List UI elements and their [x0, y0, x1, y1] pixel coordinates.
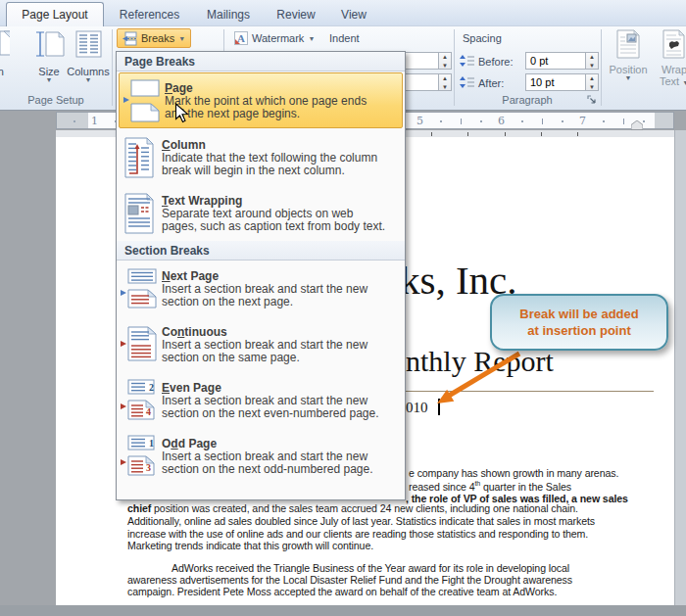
- continuous-break-icon: [117, 322, 162, 367]
- document-text-line: reased since 4th quarter in the Sales: [409, 480, 571, 493]
- spacing-before-icon: [460, 55, 475, 68]
- menu-item-next-page[interactable]: Next PageInsert a section break and star…: [117, 261, 405, 316]
- breaks-button[interactable]: Breaks ▼: [117, 28, 191, 48]
- breaks-dropdown-menu: Page Breaks PageMark the point at which …: [116, 51, 406, 500]
- callout-text-line1: Break will be added: [519, 306, 638, 322]
- menu-item-title: Next Page: [162, 269, 399, 283]
- svg-text:2: 2: [149, 382, 154, 393]
- svg-text:A: A: [237, 32, 245, 44]
- menu-item-title: Column: [162, 138, 399, 152]
- ruler-number: 6: [498, 115, 505, 127]
- tab-review[interactable]: Review: [270, 3, 321, 26]
- indent-label: Indent: [329, 32, 360, 44]
- document-text-line: Marketing trends indicate that this grow…: [127, 540, 373, 551]
- breaks-icon: [122, 31, 137, 46]
- menu-item-column[interactable]: ColumnIndicate that the text following t…: [117, 129, 405, 185]
- menu-item-description: Indicate that the text following the col…: [162, 152, 399, 177]
- ribbon-tab-bar: Page Layout References Mailings Review V…: [0, 0, 686, 26]
- ruler-number: 5: [416, 115, 423, 127]
- svg-text:1: 1: [149, 438, 154, 449]
- spacing-before-field[interactable]: 0 pt: [525, 52, 586, 70]
- spacing-after-spinner[interactable]: ▲▼: [586, 73, 599, 91]
- menu-item-description: Insert a section break and start the new…: [162, 339, 399, 364]
- menu-section-header: Section Breaks: [117, 241, 405, 261]
- paragraph-dialog-launcher-icon[interactable]: [587, 95, 598, 106]
- callout-text-line2: at insertion point: [527, 322, 630, 339]
- menu-section-header: Page Breaks: [117, 52, 405, 71]
- orientation-icon: [0, 28, 10, 60]
- ruler-number: 1: [91, 115, 98, 127]
- menu-item-title: Page: [165, 81, 396, 95]
- document-text-line: chief position was created, and the sale…: [127, 502, 578, 514]
- callout-arrow: [421, 343, 529, 411]
- position-icon: [614, 28, 642, 60]
- column-break-icon: [117, 135, 162, 180]
- dropdown-arrow-icon: ▼: [61, 77, 116, 83]
- status-bar-strip: [0, 605, 686, 616]
- columns-icon: [74, 28, 103, 60]
- menu-item-description: Insert a section break and start the new…: [162, 283, 399, 308]
- ruler-number: 7: [579, 115, 586, 127]
- menu-item-page[interactable]: PageMark the point at which one page end…: [119, 72, 403, 128]
- svg-text:4: 4: [146, 406, 151, 417]
- page-setup-group-label: Page Setup: [0, 94, 112, 106]
- menu-item-odd-page[interactable]: 1 3Odd PageInsert a section break and st…: [117, 428, 405, 484]
- dropdown-arrow-icon: ▼: [308, 35, 315, 42]
- tab-mailings[interactable]: Mailings: [198, 3, 259, 26]
- document-text-line: AdWorks received the Triangle Business o…: [172, 562, 569, 574]
- document-text-line: e company has shown growth in many arena…: [409, 467, 618, 479]
- spacing-before-label: Before:: [478, 56, 513, 68]
- word-window: Page Layout References Mailings Review V…: [0, 0, 686, 616]
- position-button[interactable]: Position ▼: [605, 28, 652, 81]
- vertical-scrollbar[interactable]: [674, 130, 686, 605]
- menu-item-description: Insert a section break and start the new…: [162, 450, 399, 476]
- watermark-icon: A: [234, 31, 248, 45]
- tab-references[interactable]: References: [113, 3, 186, 26]
- group-divider: [112, 29, 113, 106]
- even-page-break-icon: 2 4: [117, 378, 162, 423]
- page-break-icon: [120, 78, 165, 123]
- menu-item-title: Even Page: [162, 381, 399, 395]
- menu-item-title: Odd Page: [162, 437, 399, 450]
- callout-bubble: Break will be added at insertion point: [490, 294, 668, 351]
- document-text-line: campaign. President Pete Moss accepted t…: [127, 586, 557, 597]
- svg-text:3: 3: [146, 462, 151, 473]
- spacing-label: Spacing: [463, 32, 502, 44]
- wrap-text-button[interactable]: Wrap Text ▼: [653, 28, 686, 87]
- orientation-button[interactable]: tion ▼: [0, 28, 18, 83]
- document-text-line: awareness advertisements for the Local D…: [127, 574, 572, 586]
- indent-left-spinner[interactable]: ▲▼: [439, 52, 452, 70]
- menu-item-even-page[interactable]: 2 4Even PageInsert a section break and s…: [117, 372, 405, 428]
- menu-item-description: Insert a section break and start the new…: [162, 395, 399, 420]
- mouse-pointer-icon: [174, 103, 189, 123]
- paragraph-group-label: Paragraph: [455, 94, 600, 106]
- spacing-after-field[interactable]: 10 pt: [525, 73, 586, 91]
- menu-item-description: Separate text around objects on web page…: [162, 208, 399, 233]
- menu-item-description: Mark the point at which one page ends an…: [165, 95, 396, 120]
- right-indent-marker[interactable]: [631, 120, 643, 130]
- tab-page-layout[interactable]: Page Layout: [6, 2, 104, 27]
- menu-item-title: Continuous: [162, 325, 399, 339]
- spacing-before-spinner[interactable]: ▲▼: [586, 52, 599, 70]
- indent-right-spinner[interactable]: ▲▼: [439, 73, 452, 91]
- next-page-break-icon: [117, 266, 162, 311]
- spacing-after-icon: [460, 76, 475, 89]
- odd-page-break-icon: 1 3: [117, 434, 162, 479]
- spacing-after-label: After:: [478, 77, 504, 89]
- document-text-line: Additionally, online ad sales doubled si…: [127, 515, 595, 527]
- dropdown-arrow-icon: ▼: [178, 35, 185, 42]
- menu-item-text-wrapping[interactable]: Text WrappingSeparate text around object…: [117, 185, 405, 241]
- text-wrapping-break-icon: [117, 191, 162, 236]
- document-text-line: increase with the use of online ads and …: [127, 528, 588, 540]
- dropdown-arrow-icon: ▼: [605, 75, 652, 81]
- dropdown-arrow-icon: ▼: [0, 77, 18, 83]
- group-divider: [601, 29, 602, 106]
- watermark-button[interactable]: A Watermark ▼: [229, 28, 319, 48]
- columns-button[interactable]: Columns ▼: [61, 28, 116, 83]
- tab-view[interactable]: View: [333, 3, 374, 26]
- wrap-text-icon: [662, 28, 686, 60]
- dropdown-arrow-icon: ▼: [682, 79, 686, 86]
- menu-item-title: Text Wrapping: [162, 194, 399, 208]
- menu-item-continuous[interactable]: ContinuousInsert a section break and sta…: [117, 316, 405, 372]
